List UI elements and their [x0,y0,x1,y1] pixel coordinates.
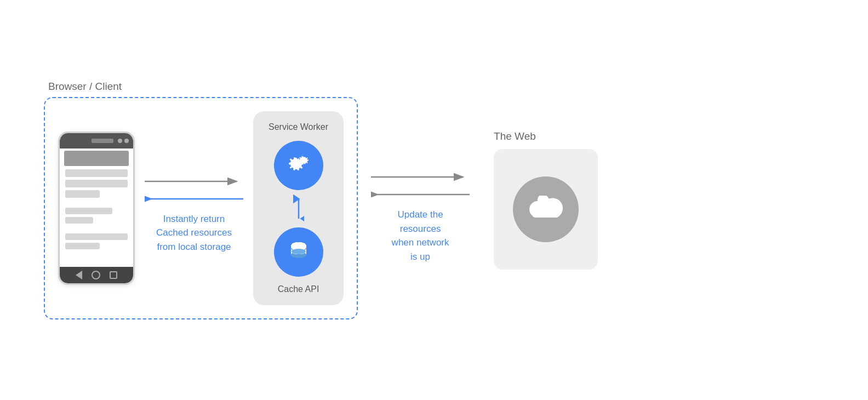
arrows-phone-sw: Instantly return Cached resources from l… [135,174,253,254]
svg-point-13 [292,242,306,248]
cache-api-icon-circle [274,227,323,277]
web-box [494,149,598,270]
arrow-left-from-web [371,187,470,202]
service-worker-box: Service Worker [253,111,344,305]
phone-mockup [58,132,135,285]
svg-point-12 [292,249,306,254]
update-the-text: Update the [392,208,449,222]
web-section: The Web [494,130,598,270]
gear-icon [283,150,314,181]
arrow-left-from-sw [145,191,243,207]
phone-content [60,166,133,267]
phone-status-bar [60,133,133,148]
is-up-text: is up [392,250,449,264]
phone-bottom-bar [60,267,133,283]
update-label: Update the resources when network is up [392,208,449,264]
cache-api-label: Cache API [278,284,319,294]
from-local-storage-text: from local storage [156,240,232,254]
vertical-arrow-sw [293,195,304,223]
cloud-icon-circle [513,176,579,242]
browser-client-label: Browser / Client [48,81,358,93]
arrow-right-to-sw [145,174,243,189]
cached-resources-text: Cached resources [156,226,232,240]
cached-resources-label: Instantly return Cached resources from l… [156,212,232,254]
phone-url-bar [64,151,129,166]
browser-client-box: Instantly return Cached resources from l… [44,97,358,319]
svg-rect-19 [532,211,559,218]
resources-text: resources [392,222,449,236]
back-nav-icon [76,271,82,279]
home-nav-icon [92,271,100,279]
the-web-label: The Web [494,130,536,142]
service-worker-icon-circle [274,141,323,190]
cloud-icon [527,196,565,223]
when-network-text: when network [392,236,449,250]
recent-nav-icon [110,271,117,279]
arrows-sw-web: Update the resources when network is up [358,169,483,264]
service-worker-label: Service Worker [269,122,328,132]
instantly-return-text: Instantly return [156,212,232,226]
main-layout: Browser / Client [0,0,868,400]
arrow-right-to-web [371,169,470,185]
database-icon [284,237,313,267]
